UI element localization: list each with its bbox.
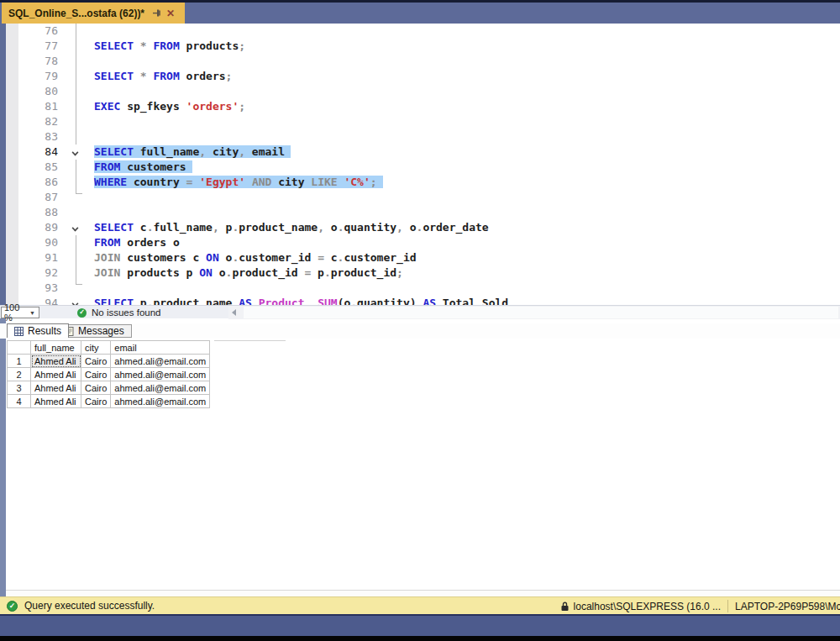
code-text[interactable]: JOIN products p ON o.product_id = p.prod… — [87, 265, 840, 281]
code-line[interactable]: 92JOIN products p ON o.product_id = p.pr… — [0, 265, 840, 281]
editor-glyph-margin[interactable] — [6, 160, 18, 175]
code-line[interactable]: 85FROM customers — [0, 160, 840, 175]
code-text[interactable] — [87, 190, 840, 205]
grid-cell[interactable]: Cairo — [81, 355, 111, 368]
fold-margin[interactable] — [66, 39, 87, 54]
editor-glyph-margin[interactable] — [6, 281, 18, 296]
editor-glyph-margin[interactable] — [6, 39, 18, 54]
fold-margin[interactable] — [66, 69, 87, 84]
row-number-cell[interactable]: 3 — [8, 381, 31, 395]
grid-cell[interactable]: ahmed.ali@email.com — [111, 381, 210, 395]
code-text[interactable]: FROM orders o — [87, 235, 840, 250]
code-line[interactable]: 91JOIN customers c ON o.customer_id = c.… — [0, 250, 840, 265]
editor-glyph-margin[interactable] — [6, 250, 18, 265]
code-line[interactable]: 77SELECT * FROM products; — [0, 39, 840, 54]
grid-cell[interactable]: Cairo — [81, 381, 111, 395]
code-line[interactable]: 82 — [0, 114, 840, 129]
code-line[interactable]: 79SELECT * FROM orders; — [0, 69, 840, 84]
row-number-cell[interactable]: 2 — [8, 368, 31, 381]
code-text[interactable] — [87, 129, 840, 144]
code-text[interactable]: FROM customers — [87, 160, 840, 175]
code-text[interactable] — [87, 114, 840, 129]
scroll-left-arrow-icon[interactable] — [232, 309, 236, 316]
editor-glyph-margin[interactable] — [6, 190, 18, 205]
row-number-cell[interactable]: 4 — [8, 395, 31, 408]
pin-icon[interactable] — [151, 8, 161, 18]
code-text[interactable]: WHERE country = 'Egypt' AND city LIKE 'C… — [87, 175, 840, 190]
editor-glyph-margin[interactable] — [6, 265, 18, 281]
grid-cell[interactable]: Ahmed Ali — [31, 355, 81, 368]
fold-margin[interactable] — [66, 84, 87, 99]
fold-margin[interactable] — [66, 24, 87, 39]
fold-margin[interactable] — [66, 205, 87, 220]
grid-cell[interactable]: Ahmed Ali — [31, 395, 81, 408]
editor-glyph-margin[interactable] — [6, 220, 18, 235]
editor-glyph-margin[interactable] — [6, 175, 18, 190]
code-line[interactable]: 86WHERE country = 'Egypt' AND city LIKE … — [0, 175, 840, 190]
grid-cell[interactable]: Ahmed Ali — [31, 381, 81, 395]
close-icon[interactable]: ✕ — [166, 8, 175, 18]
grid-cell[interactable]: Ahmed Ali — [31, 368, 81, 381]
editor-glyph-margin[interactable] — [6, 205, 18, 220]
code-line[interactable]: 88 — [0, 205, 840, 220]
document-tab[interactable]: SQL_Online_S...ostafa (62))* ✕ — [2, 3, 185, 24]
editor-glyph-margin[interactable] — [6, 129, 18, 144]
row-number-cell[interactable]: 1 — [8, 355, 31, 368]
fold-margin[interactable] — [66, 114, 87, 129]
grid-cell[interactable]: ahmed.ali@email.com — [111, 368, 210, 381]
fold-margin[interactable] — [66, 281, 87, 296]
editor-glyph-margin[interactable] — [6, 114, 18, 129]
grid-cell[interactable]: Cairo — [81, 395, 111, 408]
code-line[interactable]: 80 — [0, 84, 840, 99]
code-text[interactable]: SELECT full_name, city, email — [87, 144, 840, 160]
fold-margin[interactable] — [66, 54, 87, 69]
fold-chevron-icon[interactable] — [72, 150, 79, 156]
editor-glyph-margin[interactable] — [6, 144, 18, 160]
grid-corner-cell[interactable] — [8, 341, 31, 355]
code-text[interactable]: SELECT c.full_name, p.product_name, o.qu… — [87, 220, 840, 235]
code-text[interactable] — [87, 54, 840, 69]
code-text[interactable]: SELECT p.product_name AS Product, SUM(o.… — [87, 296, 840, 305]
scrollbar-thumb[interactable] — [244, 307, 838, 318]
fold-margin[interactable] — [66, 220, 87, 235]
tab-results[interactable]: Results — [7, 323, 69, 338]
code-text[interactable]: EXEC sp_fkeys 'orders'; — [87, 99, 840, 114]
editor-glyph-margin[interactable] — [6, 24, 18, 39]
grid-cell[interactable]: ahmed.ali@email.com — [111, 355, 210, 368]
code-line[interactable]: 93 — [0, 281, 840, 296]
fold-margin[interactable] — [66, 265, 87, 281]
editor-glyph-margin[interactable] — [6, 235, 18, 250]
column-header-city[interactable]: city — [81, 341, 111, 355]
grid-cell[interactable]: ahmed.ali@email.com — [111, 395, 210, 408]
code-text[interactable] — [87, 281, 840, 296]
horizontal-scrollbar[interactable] — [228, 306, 840, 319]
fold-margin[interactable] — [66, 250, 87, 265]
editor-glyph-margin[interactable] — [6, 69, 18, 84]
fold-margin[interactable] — [66, 160, 87, 175]
code-text[interactable] — [87, 205, 840, 220]
code-line[interactable]: 87 — [0, 190, 840, 205]
code-text[interactable]: SELECT * FROM orders; — [87, 69, 840, 84]
code-text[interactable] — [87, 24, 840, 39]
fold-margin[interactable] — [66, 129, 87, 144]
editor-zoom-dropdown[interactable]: 100 % ▼ — [1, 307, 39, 318]
code-health-indicator[interactable]: ✓ No issues found — [77, 307, 160, 318]
code-line[interactable]: 81EXEC sp_fkeys 'orders'; — [0, 99, 840, 114]
code-text[interactable]: SELECT * FROM products; — [87, 39, 840, 54]
code-line[interactable]: 90FROM orders o — [0, 235, 840, 250]
fold-margin[interactable] — [66, 190, 87, 205]
column-header-full-name[interactable]: full_name — [31, 341, 81, 355]
code-line[interactable]: 94SELECT p.product_name AS Product, SUM(… — [0, 296, 840, 305]
fold-margin[interactable] — [66, 175, 87, 190]
code-text[interactable]: JOIN customers c ON o.customer_id = c.cu… — [87, 250, 840, 265]
fold-chevron-icon[interactable] — [72, 225, 79, 232]
code-line[interactable]: 78 — [0, 54, 840, 69]
editor-glyph-margin[interactable] — [6, 84, 18, 99]
fold-margin[interactable] — [66, 144, 87, 160]
fold-margin[interactable] — [66, 296, 87, 305]
code-text[interactable] — [87, 84, 840, 99]
column-header-email[interactable]: email — [111, 341, 210, 355]
grid-cell[interactable]: Cairo — [81, 368, 111, 381]
editor-glyph-margin[interactable] — [6, 99, 18, 114]
code-line[interactable]: 89SELECT c.full_name, p.product_name, o.… — [0, 220, 840, 235]
